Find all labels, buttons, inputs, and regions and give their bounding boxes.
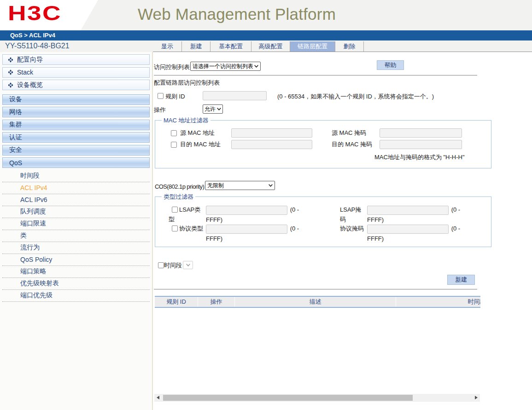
tab-create[interactable]: 新建 [182, 41, 210, 52]
tab-basic-config[interactable]: 基本配置 [210, 41, 251, 52]
lsap-mask-input-cell: (0 - FFFF) [367, 205, 477, 225]
separator-line [154, 289, 477, 289]
sidebar-item-label: 设备概览 [13, 81, 43, 89]
scrollbar-thumb[interactable] [163, 395, 413, 401]
h3c-logo: H3C [8, 6, 62, 21]
sidebar-category-network[interactable]: 网络 [2, 107, 150, 117]
protocol-type-checkbox[interactable] [172, 225, 178, 231]
diamond-icon [8, 82, 13, 88]
src-mac-mask-input[interactable] [380, 128, 462, 138]
rule-id-label: 规则 ID [165, 93, 185, 100]
app-title: Web Management Platform [138, 5, 336, 23]
lsap-type-cell: LSAP类型 [169, 205, 205, 224]
src-mac-mask-label: 源 MAC 掩码 [332, 128, 366, 138]
lsap-type-checkbox[interactable] [172, 207, 178, 213]
chevron-down-icon [269, 184, 273, 187]
lsap-mask-cell: LSAP掩码 [340, 205, 366, 224]
protocol-mask-label: 协议掩码 [340, 225, 364, 232]
time-range-checkbox[interactable] [158, 262, 164, 268]
col-action: 操作 [198, 297, 235, 307]
chevron-down-icon [186, 264, 190, 266]
sidebar-category-cluster[interactable]: 集群 [2, 120, 150, 130]
action-label: 操作 [154, 106, 166, 113]
chevron-down-icon [217, 108, 221, 110]
acl-select-label: 访问控制列表 [154, 63, 190, 72]
sidebar: 配置向导 Stack 设备概览 设备 网络 集群 认证 安全 QoS 时间段 A… [0, 52, 153, 410]
dst-mac-mask-label: 目的 MAC 掩码 [332, 140, 372, 149]
rules-table-header-row: 规则 ID 操作 描述 时间段 [155, 297, 480, 307]
col-time-range: 时间段 [396, 297, 480, 307]
src-mac-checkbox[interactable] [171, 130, 177, 136]
cos-select-value: 无限制 [207, 182, 267, 190]
sidebar-item-port-policy[interactable]: 端口策略 [2, 266, 150, 278]
cos-label: COS(802.1p priority) [155, 182, 204, 191]
separator-line [154, 75, 477, 75]
sidebar-item-port-rate-limit[interactable]: 端口限速 [2, 218, 150, 230]
lsap-type-input[interactable] [206, 206, 287, 215]
cos-select[interactable]: 无限制 [205, 181, 275, 190]
sidebar-category-device[interactable]: 设备 [2, 94, 150, 105]
sidebar-item-port-priority[interactable]: 端口优先级 [2, 290, 150, 302]
col-description: 描述 [235, 297, 396, 307]
tab-display[interactable]: 显示 [153, 41, 182, 52]
src-mac-input[interactable] [231, 128, 312, 138]
action-select-value: 允许 [205, 105, 216, 113]
sidebar-category-security[interactable]: 安全 [2, 145, 150, 156]
device-name: YY-S5110-48-BG21 [5, 42, 70, 50]
sidebar-item-class[interactable]: 类 [2, 230, 150, 242]
sidebar-item-device-overview[interactable]: 设备概览 [2, 80, 150, 90]
diamond-icon [8, 57, 13, 63]
sidebar-item-qos-policy[interactable]: QoS Policy [2, 254, 150, 266]
dst-mac-mask-input[interactable] [380, 140, 462, 149]
rules-table-container: 规则 ID 操作 描述 时间段 [155, 296, 480, 308]
rules-table: 规则 ID 操作 描述 时间段 [155, 296, 480, 308]
mac-format-hint: MAC地址与掩码的格式为 "H-H-H" [374, 153, 465, 162]
scroll-right-arrow-icon[interactable] [475, 396, 478, 399]
dst-mac-label: 目的 MAC 地址 [180, 140, 221, 149]
diamond-icon [8, 69, 13, 75]
sidebar-item-priority-mapping[interactable]: 优先级映射表 [2, 278, 150, 290]
mac-filter-legend: MAC 地址过滤器 [162, 117, 210, 124]
src-mac-label: 源 MAC 地址 [180, 128, 215, 138]
sidebar-category-authentication[interactable]: 认证 [2, 132, 150, 143]
lsap-mask-input[interactable] [367, 206, 449, 215]
dst-mac-checkbox[interactable] [171, 142, 177, 148]
rule-id-input[interactable] [203, 91, 267, 100]
col-rule-id: 规则 ID [155, 297, 198, 307]
sidebar-category-qos[interactable]: QoS [2, 157, 150, 168]
dst-mac-input[interactable] [231, 140, 312, 149]
lsap-type-input-cell: (0 - FFFF) [206, 205, 316, 225]
chevron-down-icon [254, 65, 258, 68]
sidebar-item-config-wizard[interactable]: 配置向导 [2, 54, 150, 65]
acl-select-value: 请选择一个访问控制列表 [193, 63, 253, 70]
sidebar-item-acl-ipv4[interactable]: ACL IPv4 [2, 182, 150, 194]
time-range-select[interactable] [183, 261, 193, 269]
sidebar-item-stack[interactable]: Stack [2, 67, 150, 78]
tab-bar: 显示 新建 基本配置 高级配置 链路层配置 删除 [153, 40, 532, 52]
tab-delete[interactable]: 删除 [335, 41, 364, 52]
section-title: 配置链路层访问控制列表 [154, 78, 220, 87]
create-button[interactable]: 新建 [447, 275, 475, 285]
horizontal-scrollbar[interactable] [154, 394, 480, 402]
sidebar-item-queue-scheduling[interactable]: 队列调度 [2, 206, 150, 218]
acl-select[interactable]: 请选择一个访问控制列表 [190, 62, 261, 71]
sidebar-item-acl-ipv6[interactable]: ACL IPv6 [2, 194, 150, 206]
sidebar-item-time-range[interactable]: 时间段 [2, 170, 150, 182]
app-header: H3C Web Management Platform [0, 0, 532, 30]
sidebar-item-label: Stack [13, 69, 33, 76]
time-range-label: 时间段 [164, 261, 182, 270]
sidebar-categories: 设备 网络 集群 认证 安全 QoS [0, 94, 152, 168]
type-filter-legend: 类型过滤器 [162, 193, 195, 200]
help-button[interactable]: 帮助 [377, 60, 404, 70]
tab-link-layer-config[interactable]: 链路层配置 [290, 41, 335, 52]
action-select[interactable]: 允许 [203, 104, 223, 114]
sidebar-submenu: 时间段 ACL IPv4 ACL IPv6 队列调度 端口限速 类 流行为 Qo… [0, 170, 152, 302]
rule-id-checkbox[interactable] [158, 93, 164, 99]
protocol-type-input[interactable] [206, 225, 287, 234]
sidebar-item-traffic-behavior[interactable]: 流行为 [2, 242, 150, 254]
scroll-left-arrow-icon[interactable] [157, 396, 159, 399]
breadcrumb: QoS > ACL IPv4 [10, 30, 55, 40]
protocol-type-cell: 协议类型 [169, 224, 205, 233]
tab-advanced-config[interactable]: 高级配置 [251, 41, 290, 52]
protocol-mask-input[interactable] [367, 225, 449, 234]
